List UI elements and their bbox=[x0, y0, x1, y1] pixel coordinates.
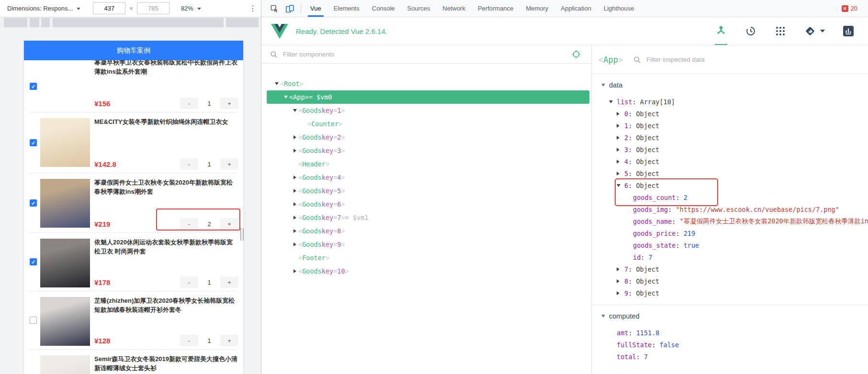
filter-inspected-data-input[interactable] bbox=[645, 55, 868, 64]
expand-arrow-icon[interactable] bbox=[617, 160, 624, 164]
tree-node-header[interactable]: <Header> bbox=[267, 157, 589, 171]
expand-arrow-icon[interactable] bbox=[292, 269, 298, 273]
tree-node-goods-4[interactable]: <Goods key=4> bbox=[267, 171, 589, 184]
expand-arrow-icon[interactable] bbox=[292, 109, 298, 112]
tree-node-goods-2[interactable]: <Goods key=2> bbox=[267, 131, 589, 144]
increase-quantity-button[interactable]: + bbox=[220, 158, 238, 170]
viewport-height-input[interactable] bbox=[137, 2, 169, 14]
expand-arrow-icon[interactable] bbox=[617, 172, 624, 176]
zoom-dropdown[interactable]: 82% bbox=[181, 5, 201, 12]
tab-sources[interactable]: Sources bbox=[401, 0, 437, 17]
state-row-8[interactable]: 8: Object bbox=[592, 275, 868, 287]
state-row-fullState[interactable]: fullState: false bbox=[592, 339, 868, 351]
viewport-resize-handle[interactable] bbox=[240, 228, 245, 241]
tree-node-footer[interactable]: <Footer> bbox=[267, 251, 589, 264]
expand-arrow-icon[interactable] bbox=[617, 112, 624, 116]
tab-network[interactable]: Network bbox=[436, 0, 472, 17]
state-row-4[interactable]: 4: Object bbox=[592, 155, 868, 167]
state-row-3[interactable]: 3: Object bbox=[592, 143, 868, 155]
expand-arrow-icon[interactable] bbox=[292, 216, 298, 220]
tab-lighthouse[interactable]: Lighthouse bbox=[597, 0, 641, 17]
state-row-9[interactable]: 9: Object bbox=[592, 287, 868, 299]
state-row-7[interactable]: 7: Object bbox=[592, 263, 868, 275]
expand-arrow-icon[interactable] bbox=[617, 148, 624, 152]
expand-arrow-icon[interactable] bbox=[292, 242, 298, 246]
increase-quantity-button[interactable]: + bbox=[220, 98, 238, 109]
tree-node-root[interactable]: <Root> bbox=[267, 77, 589, 90]
tree-node-counter[interactable]: <Counter> bbox=[267, 117, 589, 131]
error-badge[interactable]: ✕ 20 bbox=[842, 5, 857, 12]
state-row-total[interactable]: total: 7 bbox=[592, 351, 868, 363]
tab-application[interactable]: Application bbox=[554, 0, 597, 17]
viewport-width-input[interactable] bbox=[93, 2, 125, 14]
product-row: ✓依魅人2020休闲运动衣套装女秋季新款秋季韩版宽松卫衣 时尚两件套¥178-1… bbox=[24, 233, 243, 291]
state-row-goods_state[interactable]: goods_state: true bbox=[592, 239, 868, 251]
dimensions-dropdown[interactable]: Dimensions: Respons... bbox=[7, 5, 73, 12]
product-checkbox[interactable]: ✓ bbox=[30, 258, 37, 265]
tree-node-goods-8[interactable]: <Goods key=8> bbox=[267, 224, 589, 238]
state-row-id[interactable]: id: 7 bbox=[592, 251, 868, 263]
quantity-value: 1 bbox=[198, 279, 220, 286]
expand-arrow-icon[interactable] bbox=[292, 149, 298, 153]
expand-arrow-icon[interactable] bbox=[292, 189, 298, 193]
expand-arrow-icon[interactable] bbox=[292, 135, 298, 139]
inspect-element-icon[interactable] bbox=[269, 3, 280, 14]
plugins-grid-icon[interactable] bbox=[774, 17, 787, 45]
filter-components-input[interactable] bbox=[282, 50, 572, 58]
expand-arrow-icon[interactable] bbox=[617, 291, 624, 295]
performance-stats-icon[interactable] bbox=[842, 17, 855, 45]
tab-performance[interactable]: Performance bbox=[472, 0, 519, 17]
expand-arrow-icon[interactable] bbox=[609, 100, 617, 103]
select-component-target-icon[interactable] bbox=[572, 50, 581, 59]
tree-node-goods-3[interactable]: <Goods key=3> bbox=[267, 144, 589, 157]
tree-node-goods-5[interactable]: <Goods key=5> bbox=[267, 184, 589, 198]
state-row-1[interactable]: 1: Object bbox=[592, 120, 868, 132]
expand-arrow-icon[interactable] bbox=[282, 96, 289, 99]
decrease-quantity-button[interactable]: - bbox=[180, 98, 198, 109]
state-row-goods_name[interactable]: goods_name: "幂凝假两件女士卫衣秋冬女装2020年新款韩版宽松春秋季… bbox=[592, 215, 868, 227]
product-checkbox[interactable]: ✓ bbox=[30, 83, 37, 90]
expand-arrow-icon[interactable] bbox=[292, 202, 298, 206]
tree-node-goods-6[interactable]: <Goods key=6> bbox=[267, 198, 589, 211]
state-row-list[interactable]: list: Array[10] bbox=[592, 96, 868, 108]
state-row-5[interactable]: 5: Object bbox=[592, 167, 868, 179]
tree-node-app[interactable]: <App> = $vm0 bbox=[267, 90, 589, 104]
state-row-goods_price[interactable]: goods_price: 219 bbox=[592, 227, 868, 239]
inspected-component-name[interactable]: App bbox=[603, 55, 618, 65]
decrease-quantity-button[interactable]: - bbox=[180, 276, 198, 288]
tab-vue[interactable]: Vue bbox=[304, 0, 327, 17]
chevron-down-icon[interactable] bbox=[77, 8, 80, 10]
expand-arrow-icon[interactable] bbox=[617, 124, 624, 128]
kebab-menu-icon[interactable]: ⋮ bbox=[249, 5, 257, 12]
toggle-device-toolbar-icon[interactable] bbox=[284, 3, 295, 14]
timeline-history-icon[interactable] bbox=[744, 17, 757, 45]
expand-arrow-icon[interactable] bbox=[617, 136, 624, 140]
product-checkbox[interactable]: ✓ bbox=[30, 139, 37, 146]
state-section-header[interactable]: data bbox=[592, 79, 868, 91]
routing-icon[interactable] bbox=[804, 17, 825, 45]
state-section-header[interactable]: computed bbox=[592, 310, 868, 322]
state-row-2[interactable]: 2: Object bbox=[592, 132, 868, 143]
expand-arrow-icon[interactable] bbox=[273, 82, 280, 85]
expand-arrow-icon[interactable] bbox=[292, 229, 298, 233]
tree-node-goods-9[interactable]: <Goods key=9> bbox=[267, 238, 589, 251]
tree-node-goods-7[interactable]: <Goods key=7> = $vm1 bbox=[267, 211, 589, 224]
increase-quantity-button[interactable]: + bbox=[220, 276, 238, 288]
expand-arrow-icon[interactable] bbox=[292, 176, 298, 179]
decrease-quantity-button[interactable]: - bbox=[180, 158, 198, 170]
bracket: < bbox=[298, 200, 302, 208]
expand-arrow-icon[interactable] bbox=[617, 267, 624, 271]
state-row-0[interactable]: 0: Object bbox=[592, 108, 868, 120]
increase-quantity-button[interactable]: + bbox=[220, 335, 238, 346]
components-tree-icon[interactable] bbox=[715, 17, 727, 45]
product-checkbox[interactable]: ✓ bbox=[30, 199, 37, 207]
tab-console[interactable]: Console bbox=[366, 0, 401, 17]
tree-node-goods-10[interactable]: <Goods key=10> bbox=[267, 264, 589, 278]
tree-node-goods-1[interactable]: <Goods key=1> bbox=[267, 104, 589, 117]
state-row-amt[interactable]: amt: 1151.8 bbox=[592, 327, 868, 339]
decrease-quantity-button[interactable]: - bbox=[180, 335, 198, 346]
tab-elements[interactable]: Elements bbox=[327, 0, 366, 17]
expand-arrow-icon[interactable] bbox=[617, 279, 624, 283]
tab-memory[interactable]: Memory bbox=[519, 0, 554, 17]
product-checkbox[interactable] bbox=[30, 317, 37, 324]
